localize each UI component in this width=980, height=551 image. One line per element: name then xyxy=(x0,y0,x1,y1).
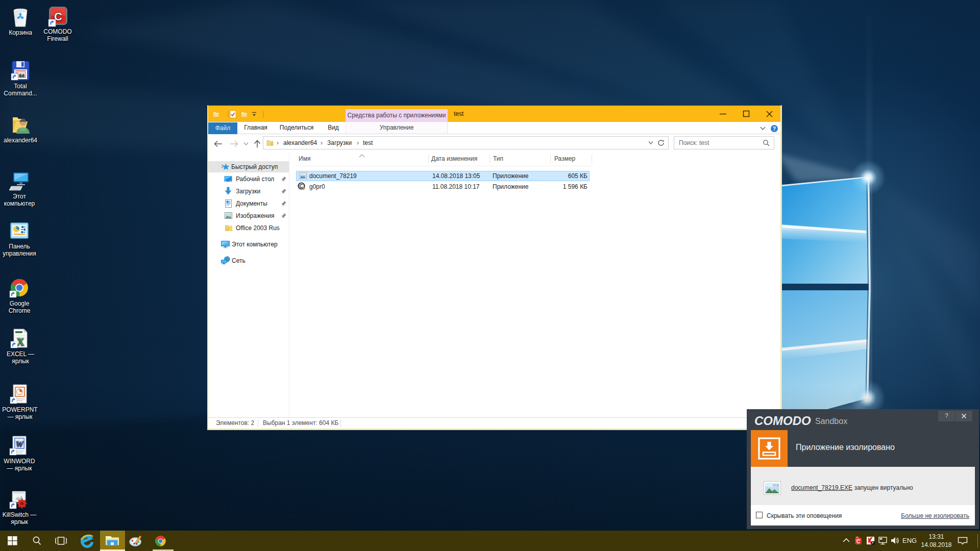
svg-text:64: 64 xyxy=(19,73,24,79)
svg-text:?: ? xyxy=(773,126,776,132)
svg-text:X: X xyxy=(16,336,24,348)
svg-text:13:31: 13:31 xyxy=(773,484,779,487)
svg-text:W: W xyxy=(15,439,24,449)
